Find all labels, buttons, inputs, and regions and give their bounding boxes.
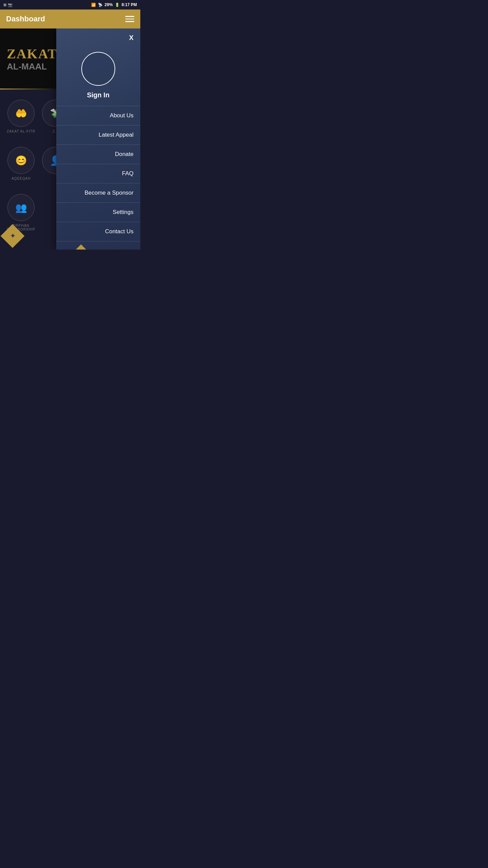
zakat-banner: ZAKAT AL-MAAL: [0, 28, 59, 90]
dashboard-bottom-logo: ✦: [0, 222, 25, 250]
camera-icon: 📷: [8, 3, 13, 7]
menu-item-become-sponsor[interactable]: Become a Sponsor: [56, 183, 140, 202]
drawer-menu-list: About Us Latest Appeal Donate FAQ Become…: [56, 106, 140, 241]
avatar-circle[interactable]: [81, 52, 115, 86]
orphan-icon: 👥: [15, 202, 27, 213]
grid-circle-orphan: 👥: [7, 194, 35, 221]
zakat-fitr-icon: 🤲: [15, 108, 27, 119]
signal-icon: 📡: [98, 3, 103, 7]
battery-icon: 🔋: [115, 3, 120, 7]
zakat-text-block: ZAKAT AL-MAAL: [7, 46, 57, 72]
menu-item-settings[interactable]: Settings: [56, 202, 140, 222]
grid-item-zakat-fitr[interactable]: 🤲 ZAKAT AL-FITR: [3, 93, 39, 140]
zakat-subtitle: AL-MAAL: [7, 61, 57, 72]
sign-in-label[interactable]: Sign In: [87, 91, 109, 99]
logo-diamond-shape: ✦: [68, 244, 94, 250]
time-display: 8:17 PM: [122, 2, 137, 7]
menu-item-contact-us[interactable]: Contact Us: [56, 222, 140, 241]
menu-item-about-us[interactable]: About Us: [56, 106, 140, 125]
small-diamond-logo: ✦: [0, 224, 24, 248]
organization-logo: ✦ مؤسسة الإحسان AL-IHSAN FOUNDATION: [72, 248, 124, 250]
status-left-icons: ⊞ 📷: [3, 3, 13, 7]
menu-item-latest-appeal[interactable]: Latest Appeal: [56, 125, 140, 144]
small-diamond-symbol: ✦: [10, 232, 15, 240]
dashboard-background: ZAKAT AL-MAAL 🤲 ZAKAT AL-FITR 💸 Z...: [0, 28, 59, 250]
status-right-area: 📶 📡 29% 🔋 8:17 PM: [91, 2, 137, 7]
dashboard-grid: 🤲 ZAKAT AL-FITR 💸 Z... 😊 AQEEQAH 👤: [0, 90, 59, 241]
photo-icon: ⊞: [3, 3, 6, 7]
aqeeqah-icon: 😊: [15, 155, 27, 166]
page-title: Dashboard: [6, 15, 45, 23]
status-bar: ⊞ 📷 📶 📡 29% 🔋 8:17 PM: [0, 0, 140, 9]
app-header: Dashboard: [0, 9, 140, 28]
hamburger-menu[interactable]: [125, 16, 134, 22]
sign-in-area: Sign In: [56, 45, 140, 102]
aqeeqah-label: AQEEQAH: [12, 177, 30, 180]
grid-item-aqeeqah[interactable]: 😊 AQEEQAH: [3, 140, 39, 187]
wifi-icon: 📶: [91, 3, 96, 7]
menu-item-faq[interactable]: FAQ: [56, 164, 140, 183]
menu-item-donate[interactable]: Donate: [56, 144, 140, 164]
grid-circle-zakat-fitr: 🤲: [7, 100, 35, 127]
side-drawer: X Sign In About Us Latest Appeal Donate …: [56, 28, 140, 250]
banner-border: [0, 88, 59, 90]
zakat-fitr-label: ZAKAT AL-FITR: [7, 130, 35, 133]
battery-percentage: 29%: [105, 2, 113, 7]
main-content: ZAKAT AL-MAAL 🤲 ZAKAT AL-FITR 💸 Z...: [0, 28, 140, 250]
zakat-title: ZAKAT: [7, 46, 57, 61]
drawer-footer: ✦ مؤسسة الإحسان AL-IHSAN FOUNDATION WWW.…: [56, 241, 140, 250]
grid-circle-aqeeqah: 😊: [7, 147, 35, 174]
close-button[interactable]: X: [56, 28, 140, 45]
